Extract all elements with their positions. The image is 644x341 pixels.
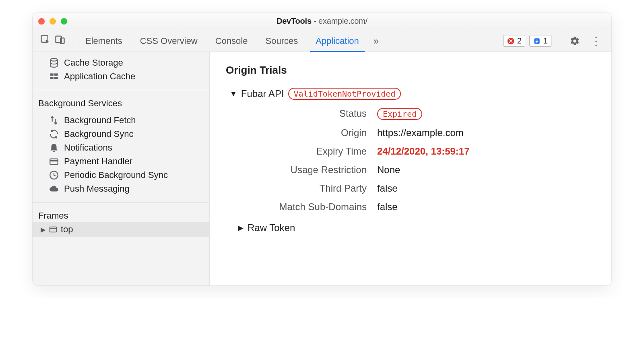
credit-card-icon — [49, 156, 59, 167]
svg-rect-6 — [536, 41, 539, 42]
value-match-sub-domains: false — [377, 201, 595, 213]
minimize-window-button[interactable] — [50, 18, 56, 25]
label-origin: Origin — [238, 127, 367, 138]
issue-icon — [533, 37, 541, 45]
window-title: DevTools - example.com/ — [33, 17, 611, 26]
app-name: DevTools — [277, 17, 312, 25]
sidebar-item-periodic-background-sync[interactable]: Periodic Background Sync — [33, 168, 209, 182]
svg-rect-10 — [54, 73, 58, 75]
sidebar-divider — [33, 90, 209, 90]
sidebar-item-label: Background Fetch — [64, 115, 136, 126]
gear-icon — [570, 36, 580, 46]
origin-trial-details: Status Expired Origin https://example.co… — [226, 108, 595, 213]
grid-icon — [49, 71, 59, 82]
sidebar-divider — [33, 202, 209, 203]
disclosure-triangle-icon: ▶ — [238, 223, 244, 232]
svg-rect-14 — [50, 160, 58, 161]
value-third-party: false — [377, 183, 595, 194]
value-status: Expired — [377, 108, 595, 120]
errors-badge[interactable]: 2 — [503, 35, 525, 47]
svg-rect-11 — [50, 77, 54, 79]
bell-icon — [49, 143, 59, 153]
tab-css-overview[interactable]: CSS Overview — [131, 30, 206, 52]
label-usage-restriction: Usage Restriction — [238, 164, 367, 176]
label-status: Status — [238, 108, 367, 120]
zoom-window-button[interactable] — [61, 18, 67, 25]
svg-rect-16 — [50, 227, 57, 232]
label-match-sub-domains: Match Sub-Domains — [238, 201, 367, 213]
status-badge: Expired — [377, 108, 422, 120]
label-expiry-time: Expiry Time — [238, 146, 367, 157]
device-toggle-icon[interactable] — [54, 34, 66, 48]
window: DevTools - example.com/ Elements CSS Ove… — [32, 12, 612, 286]
kebab-menu-button[interactable]: ⋮ — [587, 34, 605, 48]
devtools-toolbar: Elements CSS Overview Console Sources Ap… — [33, 30, 611, 52]
frame-label: top — [61, 224, 73, 235]
application-panel-content: Origin Trials ▼ Fubar API ValidTokenNotP… — [210, 52, 611, 285]
disclosure-triangle-icon: ▶ — [41, 226, 45, 234]
section-heading-origin-trials: Origin Trials — [226, 64, 595, 76]
svg-point-8 — [50, 58, 57, 61]
more-tabs-button[interactable]: » — [368, 30, 384, 52]
raw-token-label: Raw Token — [248, 222, 295, 234]
application-sidebar: Cache Storage Application Cache Backgrou… — [33, 52, 210, 285]
sidebar-item-push-messaging[interactable]: Push Messaging — [33, 182, 209, 196]
svg-rect-7 — [536, 42, 537, 43]
svg-rect-5 — [536, 39, 539, 40]
sidebar-item-frame-top[interactable]: ▶ top — [33, 222, 209, 237]
svg-rect-9 — [50, 73, 54, 75]
clock-icon — [49, 170, 59, 180]
svg-rect-13 — [50, 159, 58, 165]
sidebar-item-label: Notifications — [64, 143, 112, 153]
sidebar-item-application-cache[interactable]: Application Cache — [33, 70, 209, 83]
sidebar-item-background-sync[interactable]: Background Sync — [33, 127, 209, 141]
close-window-button[interactable] — [38, 18, 45, 25]
sync-icon — [49, 129, 59, 139]
sidebar-item-payment-handler[interactable]: Payment Handler — [33, 155, 209, 168]
issues-count: 1 — [543, 36, 548, 45]
value-usage-restriction: None — [377, 164, 595, 176]
disclosure-triangle-icon: ▼ — [230, 90, 237, 98]
page-url: example.com/ — [318, 17, 367, 25]
tab-application[interactable]: Application — [307, 30, 368, 52]
tab-console[interactable]: Console — [206, 30, 257, 52]
raw-token-row[interactable]: ▶ Raw Token — [226, 222, 595, 234]
sidebar-section-frames: Frames — [33, 205, 209, 222]
value-origin: https://example.com — [377, 127, 595, 138]
main-split: Cache Storage Application Cache Backgrou… — [33, 52, 611, 285]
frame-icon — [49, 225, 58, 234]
sidebar-item-background-fetch[interactable]: Background Fetch — [33, 114, 209, 127]
toolbar-divider — [74, 34, 74, 48]
sidebar-item-notifications[interactable]: Notifications — [33, 141, 209, 155]
sidebar-item-label: Application Cache — [64, 71, 135, 82]
origin-trial-entry[interactable]: ▼ Fubar API ValidTokenNotProvided — [226, 88, 595, 100]
sidebar-section-background-services: Background Services — [33, 93, 209, 110]
value-expiry-time: 24/12/2020, 13:59:17 — [377, 146, 595, 157]
cloud-icon — [49, 184, 59, 194]
sidebar-item-label: Periodic Background Sync — [64, 170, 168, 180]
window-controls — [38, 18, 67, 25]
origin-trial-name: Fubar API — [241, 88, 284, 99]
fetch-icon — [49, 115, 59, 126]
inspect-element-icon[interactable] — [40, 34, 51, 48]
issues-badge[interactable]: 1 — [529, 35, 551, 47]
sidebar-item-label: Payment Handler — [64, 156, 132, 167]
sidebar-item-label: Background Sync — [64, 129, 133, 139]
token-status-badge: ValidTokenNotProvided — [288, 88, 401, 100]
titlebar: DevTools - example.com/ — [33, 12, 611, 30]
sidebar-item-label: Push Messaging — [64, 184, 130, 194]
settings-button[interactable] — [566, 36, 583, 46]
svg-rect-12 — [54, 77, 58, 79]
tab-sources[interactable]: Sources — [256, 30, 307, 52]
sidebar-item-label: Cache Storage — [64, 58, 123, 68]
database-icon — [49, 58, 59, 68]
panel-tabs: Elements CSS Overview Console Sources Ap… — [76, 30, 500, 52]
sidebar-item-cache-storage[interactable]: Cache Storage — [33, 56, 209, 70]
errors-count: 2 — [517, 36, 522, 45]
label-third-party: Third Party — [238, 183, 367, 194]
error-icon — [507, 37, 515, 45]
tab-elements[interactable]: Elements — [76, 30, 131, 52]
